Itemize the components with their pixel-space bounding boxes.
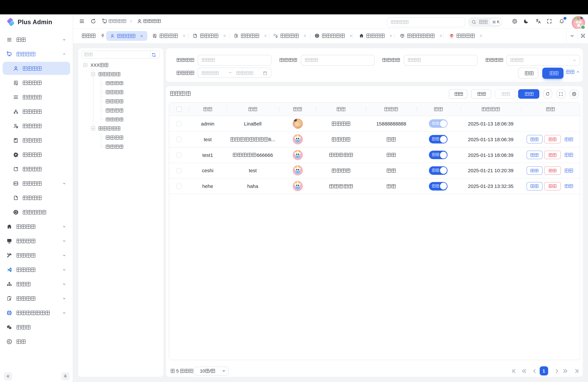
svg-text:redis: redis (450, 37, 453, 38)
svg-text:DEV: DEV (14, 182, 18, 184)
